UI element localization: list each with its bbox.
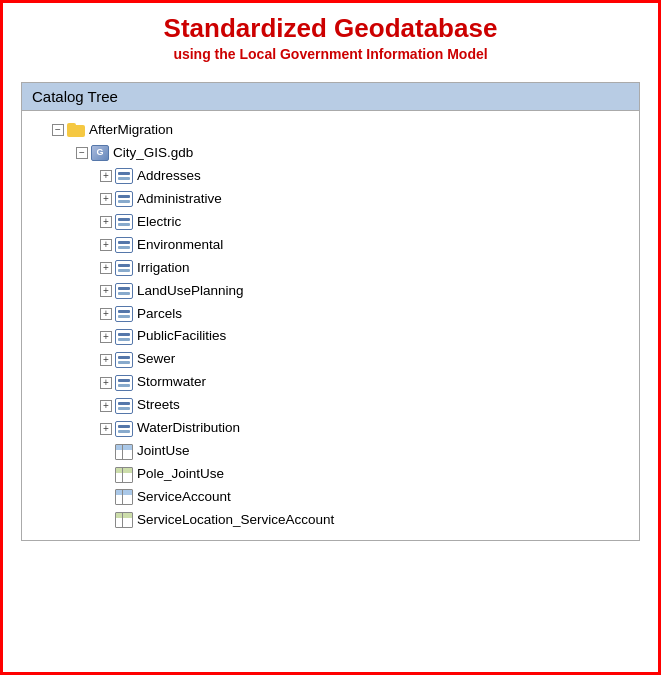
fd-label-waterdistribution: WaterDistribution — [137, 417, 240, 440]
tree-fd-addresses[interactable]: + Addresses — [32, 165, 629, 188]
expand-icon[interactable]: + — [100, 308, 112, 320]
expand-icon[interactable]: + — [100, 216, 112, 228]
fd-label-addresses: Addresses — [137, 165, 201, 188]
table-label-jointuse: JointUse — [137, 440, 190, 463]
tree-fd-electric[interactable]: + Electric — [32, 211, 629, 234]
relclass-icon — [115, 512, 133, 528]
tree-fd-waterdistribution[interactable]: + WaterDistribution — [32, 417, 629, 440]
fd-label-sewer: Sewer — [137, 348, 175, 371]
collapse-root-icon[interactable]: − — [52, 124, 64, 136]
expand-icon[interactable]: + — [100, 423, 112, 435]
root-folder-label: AfterMigration — [89, 119, 173, 142]
feature-dataset-icon — [115, 398, 133, 414]
geodatabase-icon — [91, 145, 109, 161]
gdb-label: City_GIS.gdb — [113, 142, 193, 165]
tree-gdb[interactable]: − City_GIS.gdb — [32, 142, 629, 165]
collapse-gdb-icon[interactable]: − — [76, 147, 88, 159]
tree-fd-administrative[interactable]: + Administrative — [32, 188, 629, 211]
expand-icon[interactable]: + — [100, 193, 112, 205]
tree-table-serviceaccount[interactable]: ServiceAccount — [32, 486, 629, 509]
table-label-serviceaccount: ServiceAccount — [137, 486, 231, 509]
tree-fd-stormwater[interactable]: + Stormwater — [32, 371, 629, 394]
tree-root-folder[interactable]: − AfterMigration — [32, 119, 629, 142]
expand-icon[interactable]: + — [100, 239, 112, 251]
feature-dataset-icon — [115, 214, 133, 230]
fd-label-landuseplanning: LandUsePlanning — [137, 280, 244, 303]
feature-dataset-icon — [115, 329, 133, 345]
tree-fd-irrigation[interactable]: + Irrigation — [32, 257, 629, 280]
tree-fd-landuseplanning[interactable]: + LandUsePlanning — [32, 280, 629, 303]
header: Standardized Geodatabase using the Local… — [3, 3, 658, 70]
tree-relclass-pole-jointuse[interactable]: Pole_JointUse — [32, 463, 629, 486]
expand-icon[interactable]: + — [100, 400, 112, 412]
expand-icon[interactable]: + — [100, 262, 112, 274]
feature-dataset-icon — [115, 168, 133, 184]
feature-dataset-icon — [115, 283, 133, 299]
fd-label-electric: Electric — [137, 211, 181, 234]
feature-dataset-icon — [115, 191, 133, 207]
expand-icon[interactable]: + — [100, 377, 112, 389]
expand-icon[interactable]: + — [100, 170, 112, 182]
folder-icon — [67, 123, 85, 137]
fd-label-streets: Streets — [137, 394, 180, 417]
expand-icon[interactable]: + — [100, 354, 112, 366]
tree-table-jointuse[interactable]: JointUse — [32, 440, 629, 463]
relclass-icon — [115, 467, 133, 483]
feature-dataset-icon — [115, 352, 133, 368]
tree-fd-publicfacilities[interactable]: + PublicFacilities — [32, 325, 629, 348]
expand-icon[interactable]: + — [100, 285, 112, 297]
tree-fd-parcels[interactable]: + Parcels — [32, 303, 629, 326]
tree-fd-streets[interactable]: + Streets — [32, 394, 629, 417]
relclass-label-servicelocation: ServiceLocation_ServiceAccount — [137, 509, 334, 532]
feature-dataset-icon — [115, 260, 133, 276]
feature-dataset-icon — [115, 306, 133, 322]
fd-label-irrigation: Irrigation — [137, 257, 190, 280]
page-title: Standardized Geodatabase — [23, 13, 638, 44]
fd-label-stormwater: Stormwater — [137, 371, 206, 394]
relclass-label-pole-jointuse: Pole_JointUse — [137, 463, 224, 486]
tree-relclass-servicelocation[interactable]: ServiceLocation_ServiceAccount — [32, 509, 629, 532]
feature-dataset-icon — [115, 237, 133, 253]
catalog-tree-header: Catalog Tree — [22, 83, 639, 111]
tree-fd-sewer[interactable]: + Sewer — [32, 348, 629, 371]
fd-label-publicfacilities: PublicFacilities — [137, 325, 226, 348]
feature-dataset-icon — [115, 421, 133, 437]
page-subtitle: using the Local Government Information M… — [23, 46, 638, 62]
fd-label-parcels: Parcels — [137, 303, 182, 326]
tree-fd-environmental[interactable]: + Environmental — [32, 234, 629, 257]
catalog-section: Catalog Tree − AfterMigration − City_GIS… — [21, 82, 640, 541]
table-icon — [115, 489, 133, 505]
catalog-tree-body: − AfterMigration − City_GIS.gdb + Addres… — [22, 111, 639, 540]
expand-icon[interactable]: + — [100, 331, 112, 343]
feature-dataset-icon — [115, 375, 133, 391]
table-icon — [115, 444, 133, 460]
fd-label-administrative: Administrative — [137, 188, 222, 211]
fd-label-environmental: Environmental — [137, 234, 223, 257]
